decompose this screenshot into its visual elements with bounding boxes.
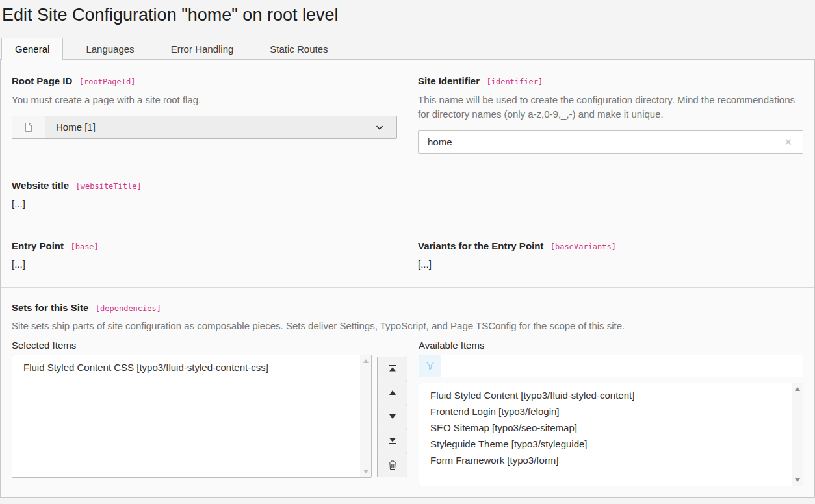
tab-panel-general: Root Page ID [rootPageId] You must creat… — [0, 60, 815, 498]
filter-input[interactable] — [441, 355, 803, 377]
tab-general[interactable]: General — [1, 38, 63, 60]
field-root-page-id: Root Page ID [rootPageId] You must creat… — [12, 75, 397, 154]
field-description: Site sets ship parts of site configurati… — [12, 320, 803, 331]
field-label: Root Page ID — [12, 75, 72, 86]
tab-static-routes[interactable]: Static Routes — [256, 38, 341, 60]
available-items-filter — [419, 355, 803, 377]
available-list-item[interactable]: Frontend Login [typo3/felogin] — [419, 403, 803, 420]
move-up-button[interactable] — [377, 381, 408, 405]
clear-input-icon[interactable]: ✕ — [781, 136, 795, 148]
field-code: [identifier] — [486, 77, 543, 86]
collapsed-value[interactable]: [...] — [418, 258, 803, 270]
selected-items-heading: Selected Items — [12, 340, 372, 351]
available-list-item[interactable]: Form Framework [typo3/form] — [419, 452, 803, 468]
delete-button[interactable] — [377, 453, 408, 477]
selected-items-column: Selected Items Fluid Styled Content CSS … — [12, 340, 372, 478]
field-label: Variants for the Entry Point — [418, 240, 543, 251]
field-label: Sets for this Site — [12, 302, 88, 313]
field-code: [websiteTitle] — [76, 182, 142, 191]
page-document-icon — [12, 116, 45, 138]
available-items-heading: Available Items — [419, 340, 803, 351]
field-base-variants: Variants for the Entry Point [baseVarian… — [418, 240, 803, 270]
available-list-item[interactable]: Fluid Styled Content [typo3/fluid-styled… — [419, 387, 803, 403]
tab-languages[interactable]: Languages — [72, 38, 148, 60]
available-list-item[interactable]: SEO Sitemap [typo3/seo-sitemap] — [419, 420, 803, 436]
scrollbar[interactable] — [360, 355, 371, 477]
chevron-down-icon — [374, 116, 385, 138]
page-title: Edit Site Configuration "home" on root l… — [0, 0, 815, 27]
field-description: This name will be used to create the con… — [418, 93, 803, 121]
available-items-column: Available Items Fluid Styled Co — [419, 340, 803, 486]
scroll-down-icon[interactable] — [363, 470, 369, 473]
field-site-identifier: Site Identifier [identifier] This name w… — [418, 75, 803, 154]
move-down-button[interactable] — [377, 405, 408, 429]
field-website-title: Website title [websiteTitle] [...] — [12, 180, 803, 225]
field-description: You must create a page with a site root … — [12, 93, 397, 107]
scrollbar[interactable] — [792, 383, 803, 486]
collapsed-value[interactable]: [...] — [12, 258, 397, 270]
available-list-item[interactable]: Styleguide Theme [typo3/styleguide] — [419, 436, 803, 452]
field-label: Website title — [12, 180, 69, 191]
field-code: [dependencies] — [96, 304, 161, 313]
move-to-top-button[interactable] — [377, 357, 408, 381]
field-code: [base] — [70, 242, 98, 251]
section-entry-point: Entry Point [base] [...] Variants for th… — [12, 225, 803, 287]
selected-items-listbox[interactable]: Fluid Styled Content CSS [typo3/fluid-st… — [12, 355, 372, 478]
tab-bar: General Languages Error Handling Static … — [0, 37, 815, 60]
root-page-select-value: Home [1] — [45, 116, 374, 138]
field-label: Entry Point — [12, 240, 64, 251]
filter-funnel-icon — [419, 355, 441, 377]
move-to-bottom-button[interactable] — [377, 429, 408, 453]
field-entry-point: Entry Point [base] [...] — [12, 240, 397, 270]
section-general-top: Root Page ID [rootPageId] You must creat… — [12, 60, 803, 225]
field-code: [rootPageId] — [79, 77, 136, 86]
selected-list-item[interactable]: Fluid Styled Content CSS [typo3/fluid-st… — [12, 359, 371, 375]
field-code: [baseVariants] — [550, 242, 616, 251]
site-identifier-input[interactable] — [428, 136, 781, 147]
available-items-listbox[interactable]: Fluid Styled Content [typo3/fluid-styled… — [419, 383, 803, 486]
root-page-select[interactable]: Home [1] — [12, 116, 397, 139]
field-label: Site Identifier — [418, 75, 480, 86]
section-sets: Sets for this Site [dependencies] Site s… — [12, 288, 803, 486]
scroll-up-icon[interactable] — [795, 387, 800, 391]
scroll-up-icon[interactable] — [363, 359, 369, 363]
collapsed-value[interactable]: [...] — [12, 198, 803, 209]
tab-error-handling[interactable]: Error Handling — [157, 38, 248, 60]
move-buttons-column — [377, 340, 408, 477]
scroll-down-icon[interactable] — [795, 478, 800, 482]
site-identifier-input-wrap: ✕ — [418, 130, 803, 154]
